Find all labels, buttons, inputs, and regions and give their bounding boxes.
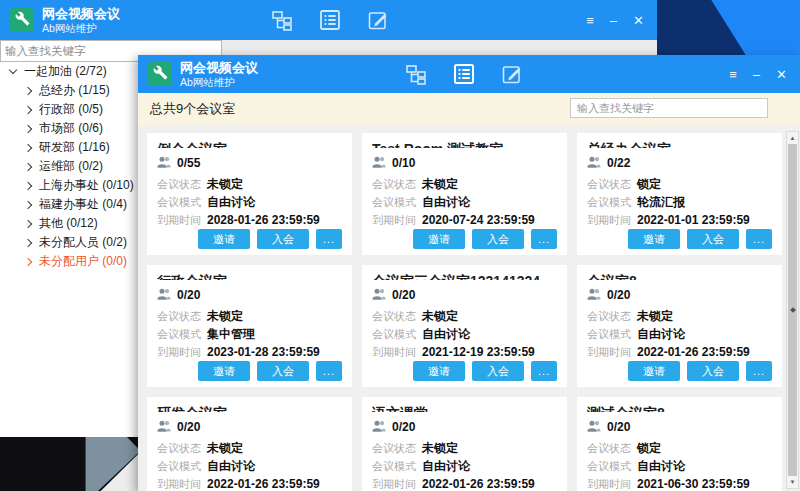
minimize-icon[interactable]: – [610,14,617,27]
chevron-icon[interactable] [9,66,17,74]
scrollbar-grip [790,307,796,313]
room-title: 会议室8 [587,273,772,280]
join-button[interactable]: 入会 [687,229,739,249]
join-button[interactable]: 入会 [257,229,309,249]
chevron-icon[interactable] [24,143,32,151]
tree-item-label: 其他 (0/12) [39,215,98,232]
status-value: 未锁定 [207,439,243,457]
scroll-up-icon[interactable]: ▲ [787,133,798,143]
participant-count: 0/20 [392,288,415,302]
meeting-room-card: 测试会议室8 0/20 会议状态 锁定 会议模式 自由讨论 到期时间 2021-… [577,397,782,491]
chevron-icon[interactable] [24,257,32,265]
more-button[interactable]: ... [746,361,772,381]
tree-item-label: 福建办事处 (0/4) [39,196,127,213]
status-label: 会议状态 [587,307,637,325]
tree-item-label: 总经办 (1/15) [39,82,110,99]
status-value: 未锁定 [422,439,458,457]
menu-icon[interactable]: ≡ [729,68,737,81]
meeting-room-card: 会议室8 0/20 会议状态 未锁定 会议模式 自由讨论 到期时间 2022-0… [577,265,782,387]
bg-titlebar: 网会视频会议 Ab网站维护 ≡ – ✕ [0,0,657,40]
chevron-icon[interactable] [24,219,32,227]
status-label: 会议状态 [372,175,422,193]
participants-icon [157,418,171,436]
participants-icon [372,286,386,304]
expire-label: 到期时间 [372,211,422,229]
chevron-icon[interactable] [24,162,32,170]
close-icon[interactable]: ✕ [776,68,787,81]
status-value: 锁定 [637,439,661,457]
close-icon[interactable]: ✕ [633,14,644,27]
participants-icon [157,286,171,304]
status-label: 会议状态 [372,307,422,325]
join-button[interactable]: 入会 [472,361,524,381]
invite-button[interactable]: 邀请 [198,229,250,249]
invite-button[interactable]: 邀请 [198,361,250,381]
tree-item-label: 未分配用户 (0/0) [39,253,127,270]
minimize-icon[interactable]: – [753,68,760,81]
meeting-room-card: Test Room 测试教室 0/10 会议状态 未锁定 会议模式 自由讨论 到… [362,133,567,255]
join-button[interactable]: 入会 [687,361,739,381]
mode-value: 自由讨论 [422,325,470,343]
status-label: 会议状态 [372,439,422,457]
chevron-icon[interactable] [24,105,32,113]
room-search-input[interactable] [570,98,768,118]
tree-item-label: 运维部 (0/2) [39,158,103,175]
chevron-icon[interactable] [24,181,32,189]
app-logo [148,62,172,86]
join-button[interactable]: 入会 [257,361,309,381]
edit-icon[interactable] [500,62,524,86]
meeting-room-window: 网会视频会议 Ab网站维护 ≡ – ✕ 总共9个会议室 例会会议室 [138,55,800,491]
more-button[interactable]: ... [316,361,342,381]
mode-value: 自由讨论 [637,325,685,343]
menu-icon[interactable]: ≡ [586,14,594,27]
chevron-icon[interactable] [24,200,32,208]
status-value: 未锁定 [207,307,243,325]
vertical-scrollbar[interactable]: ▲ ▼ [786,131,799,489]
room-count-summary: 总共9个会议室 [150,100,235,118]
mode-label: 会议模式 [372,457,422,475]
list-icon[interactable] [318,8,342,32]
more-button[interactable]: ... [531,229,557,249]
more-button[interactable]: ... [531,361,557,381]
expire-label: 到期时间 [587,475,637,491]
chevron-icon[interactable] [24,238,32,246]
more-button[interactable]: ... [746,229,772,249]
expire-label: 到期时间 [587,211,637,229]
meeting-room-card: 行政会议室 0/20 会议状态 未锁定 会议模式 集中管理 到期时间 2023-… [147,265,352,387]
tree-item-label: 一起加油 (2/72) [24,63,107,80]
room-title: 行政会议室 [157,273,342,280]
scroll-down-icon[interactable]: ▼ [787,477,798,487]
desktop-wallpaper-bottom-left [0,437,138,491]
join-button[interactable]: 入会 [472,229,524,249]
chevron-icon[interactable] [24,124,32,132]
mode-label: 会议模式 [372,193,422,211]
org-chart-icon[interactable] [270,8,294,32]
mode-value: 轮流汇报 [637,193,685,211]
app-title: 网会视频会议 [42,7,120,20]
status-label: 会议状态 [157,175,207,193]
invite-button[interactable]: 邀请 [413,361,465,381]
participant-count: 0/20 [392,420,415,434]
meeting-room-card: 例会会议室 0/55 会议状态 未锁定 会议模式 自由讨论 到期时间 2028-… [147,133,352,255]
tree-item-label: 市场部 (0/6) [39,120,103,137]
wallpaper-navy-shape [657,0,800,55]
room-title: 研发会议室 [157,405,342,412]
list-icon[interactable] [452,62,476,86]
meeting-room-card: 会议室三会议室123141324141三会... 0/20 会议状态 未锁定 会… [362,265,567,387]
invite-button[interactable]: 邀请 [628,361,680,381]
participant-count: 0/10 [392,156,415,170]
invite-button[interactable]: 邀请 [628,229,680,249]
room-title: 总经办会议室 [587,141,772,148]
expire-label: 到期时间 [372,475,422,491]
invite-button[interactable]: 邀请 [413,229,465,249]
mode-label: 会议模式 [157,193,207,211]
org-chart-icon[interactable] [404,62,428,86]
mode-value: 自由讨论 [422,457,470,475]
scrollbar-thumb[interactable] [788,144,797,476]
edit-icon[interactable] [366,8,390,32]
more-button[interactable]: ... [316,229,342,249]
status-label: 会议状态 [587,439,637,457]
room-title: 语文课堂 [372,405,557,412]
chevron-icon[interactable] [24,86,32,94]
status-label: 会议状态 [157,439,207,457]
